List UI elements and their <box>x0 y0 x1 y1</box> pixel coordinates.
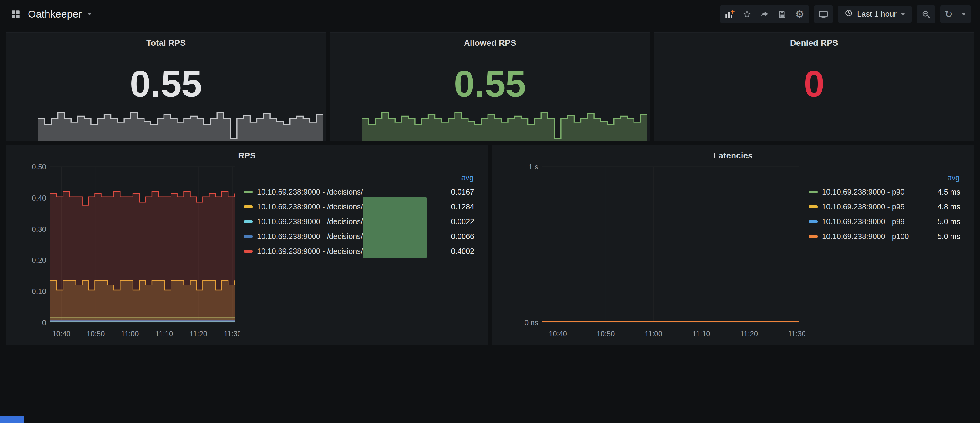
svg-text:11:10: 11:10 <box>692 330 710 338</box>
svg-text:10:50: 10:50 <box>86 330 105 338</box>
svg-text:0: 0 <box>42 318 46 326</box>
dashboard-grid: Total RPS 0.55 Allowed RPS 0.55 Denied R… <box>0 28 980 345</box>
series-color-marker[interactable] <box>808 190 818 193</box>
time-range-picker[interactable]: Last 1 hour <box>838 6 912 23</box>
series-avg-value: 0.0167 <box>445 188 474 196</box>
svg-text:10:40: 10:40 <box>52 330 70 338</box>
series-color-marker[interactable] <box>808 206 818 208</box>
series-avg-value: 5.0 ms <box>931 232 960 241</box>
svg-text:11:00: 11:00 <box>121 330 138 338</box>
star-icon <box>743 10 751 19</box>
series-name[interactable]: 10.10.69.238:9000 - /decisions/ <box>257 188 363 196</box>
legend-row[interactable]: 10.10.69.238:9000 - p904.5 ms <box>808 185 960 200</box>
legend-row[interactable]: 10.10.69.238:9000 - p995.0 ms <box>808 214 960 229</box>
dashboard-settings-button[interactable]: ⚙ <box>791 6 808 22</box>
refresh-icon: ↻ <box>945 8 953 20</box>
panel-rps-graph: RPS 00.100.200.300.400.5010:4010:5011:00… <box>6 145 488 345</box>
rps-chart-svg[interactable]: 00.100.200.300.400.5010:4010:5011:0011:1… <box>6 162 240 344</box>
series-name[interactable]: 10.10.69.238:9000 - p95 <box>822 203 904 211</box>
legend-row[interactable]: 10.10.69.238:9000 - /decisions/0.0022 <box>243 214 474 229</box>
svg-text:11:00: 11:00 <box>645 330 662 338</box>
navbar-left: Oathkeeper <box>9 6 92 22</box>
cycle-view-icon <box>819 10 828 19</box>
series-name[interactable]: 10.10.69.238:9000 - p90 <box>822 188 904 196</box>
dashboard-title-caret-icon[interactable] <box>88 13 92 16</box>
cycle-view-group <box>814 5 833 23</box>
refresh-interval-button[interactable] <box>957 6 970 22</box>
panel-title[interactable]: Total RPS <box>146 33 186 50</box>
legend-avg-header[interactable]: avg <box>243 173 474 182</box>
svg-text:0.30: 0.30 <box>32 225 46 233</box>
share-dashboard-button[interactable] <box>756 6 773 22</box>
series-name[interactable]: 10.10.69.238:9000 - /decisions/ <box>257 217 363 226</box>
svg-text:11:20: 11:20 <box>740 330 758 338</box>
settings-gear-icon: ⚙ <box>795 8 804 20</box>
navbar: Oathkeeper <box>0 0 980 28</box>
rps-graph-body: 00.100.200.300.400.5010:4010:5011:0011:1… <box>6 162 488 345</box>
add-panel-icon <box>724 9 735 19</box>
time-range-caret-icon <box>901 13 905 16</box>
svg-text:0.20: 0.20 <box>32 256 46 264</box>
stat-value: 0 <box>804 65 824 102</box>
series-color-marker[interactable] <box>808 235 818 238</box>
svg-text:0.50: 0.50 <box>32 163 46 171</box>
latencies-plot-area[interactable]: 0 ns1 s10:4010:5011:0011:1011:2011:30 <box>492 162 805 345</box>
total-rps-sparkline <box>38 102 323 141</box>
apps-grid-button[interactable] <box>9 6 22 22</box>
panel-denied-rps: Denied RPS 0 <box>654 32 974 141</box>
panel-title[interactable]: Latencies <box>492 146 974 162</box>
cycle-view-button[interactable] <box>815 6 832 22</box>
stat-row: Total RPS 0.55 Allowed RPS 0.55 Denied R… <box>6 32 974 141</box>
rps-plot-area[interactable]: 00.100.200.300.400.5010:4010:5011:0011:1… <box>6 162 240 345</box>
series-color-marker[interactable] <box>243 235 253 238</box>
blue-panel-fragment <box>0 416 24 423</box>
legend-row[interactable]: 10.10.69.238:9000 - /decisions/0.1284 <box>243 200 474 214</box>
series-avg-value: 5.0 ms <box>931 217 960 226</box>
svg-text:11:30: 11:30 <box>224 330 240 338</box>
series-color-marker[interactable] <box>243 206 253 208</box>
svg-text:0 ns: 0 ns <box>525 318 538 326</box>
series-avg-value: 0.0066 <box>445 232 474 241</box>
series-color-marker[interactable] <box>243 250 253 253</box>
dashboard-title[interactable]: Oathkeeper <box>28 8 82 20</box>
series-color-marker[interactable] <box>243 190 253 193</box>
series-name[interactable]: 10.10.69.238:9000 - p100 <box>822 232 909 241</box>
series-avg-value: 0.1284 <box>445 203 474 211</box>
legend-avg-header[interactable]: avg <box>808 173 960 182</box>
apps-grid-icon <box>11 9 21 19</box>
legend-row[interactable]: 10.10.69.238:9000 - p954.8 ms <box>808 200 960 214</box>
zoom-out-button[interactable] <box>917 6 935 22</box>
panel-title[interactable]: Allowed RPS <box>464 33 516 50</box>
svg-text:11:10: 11:10 <box>155 330 173 338</box>
svg-text:10:40: 10:40 <box>549 330 567 338</box>
series-avg-value: 4.8 ms <box>931 203 960 211</box>
refresh-button[interactable]: ↻ <box>941 6 957 22</box>
panel-title[interactable]: RPS <box>6 146 488 162</box>
series-color-marker[interactable] <box>808 220 818 223</box>
svg-text:11:20: 11:20 <box>189 330 207 338</box>
time-range-label: Last 1 hour <box>857 10 897 19</box>
panel-title[interactable]: Denied RPS <box>790 33 838 50</box>
legend-row[interactable]: 10.10.69.238:9000 - /decisions/0.0167 <box>243 185 474 200</box>
star-dashboard-button[interactable] <box>738 6 756 22</box>
series-avg-value: 4.5 ms <box>931 188 960 196</box>
latencies-chart-svg[interactable]: 0 ns1 s10:4010:5011:0011:1011:2011:30 <box>492 162 805 344</box>
legend-row[interactable]: 10.10.69.238:9000 - p1005.0 ms <box>808 229 960 244</box>
series-avg-value: 0.0022 <box>445 217 474 226</box>
panel-allowed-rps: Allowed RPS 0.55 <box>330 32 650 141</box>
save-icon <box>778 10 787 19</box>
series-name[interactable]: 10.10.69.238:9000 - /decisions/ <box>257 203 363 211</box>
legend-row[interactable]: 10.10.69.238:9000 - /decisions/0.4002 <box>243 244 474 259</box>
save-dashboard-button[interactable] <box>773 6 791 22</box>
panel-total-rps: Total RPS 0.55 <box>6 32 326 141</box>
svg-text:0.40: 0.40 <box>32 194 46 202</box>
clock-icon <box>845 9 853 19</box>
series-color-marker[interactable] <box>243 220 253 223</box>
series-name[interactable]: 10.10.69.238:9000 - p99 <box>822 217 904 226</box>
legend-row[interactable]: 10.10.69.238:9000 - /decisions/0.0066 <box>243 229 474 244</box>
svg-text:10:50: 10:50 <box>597 330 615 338</box>
add-panel-button[interactable] <box>721 6 738 22</box>
series-name[interactable]: 10.10.69.238:9000 - /decisions/ <box>257 232 363 241</box>
series-name[interactable]: 10.10.69.238:9000 - /decisions/ <box>257 247 363 256</box>
stat-value: 0.55 <box>454 65 526 102</box>
